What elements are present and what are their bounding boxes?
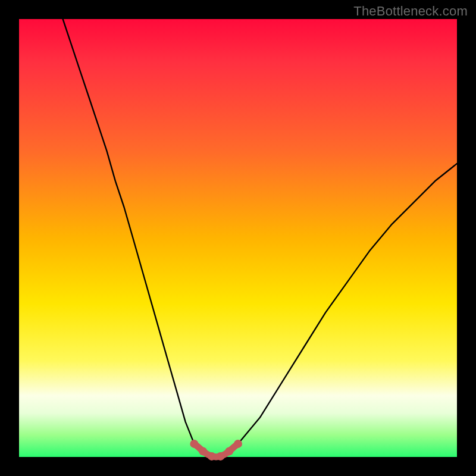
plateau-dot [199, 447, 207, 455]
plateau-dot [217, 452, 225, 461]
bottleneck-curve [63, 19, 457, 457]
chart-frame: TheBottleneck.com [0, 0, 476, 476]
plateau-dot [234, 440, 242, 448]
plateau-dot [225, 447, 233, 455]
curve-svg [19, 19, 457, 457]
plateau-dot [208, 452, 216, 461]
plot-area [19, 19, 457, 457]
watermark-label: TheBottleneck.com [353, 4, 468, 19]
plateau-dot [190, 440, 198, 448]
